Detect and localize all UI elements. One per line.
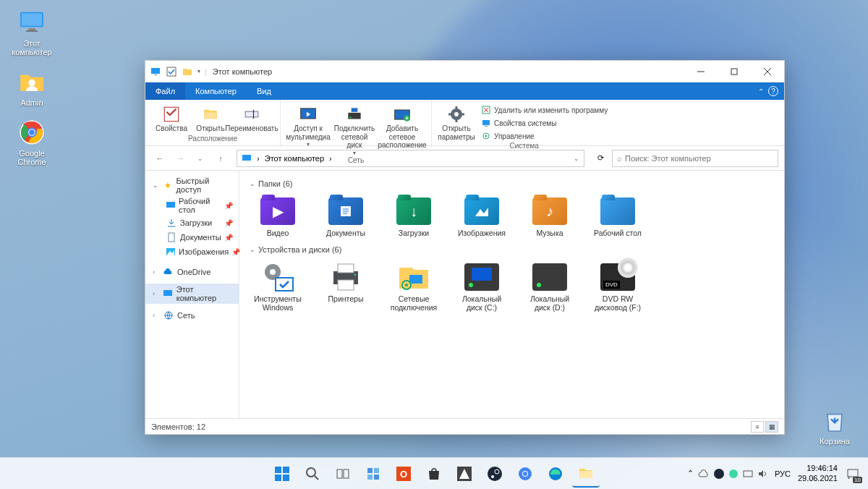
desktop-icon-recycle[interactable]: Корзина xyxy=(809,405,861,446)
ribbon-sys-props[interactable]: Свойства системы xyxy=(478,117,610,129)
item-drive-c[interactable]: Локальный диск (C:) xyxy=(451,258,513,315)
view-details-button[interactable]: ≡ xyxy=(751,421,764,433)
view-tiles-button[interactable]: ▦ xyxy=(765,421,778,433)
svg-rect-3 xyxy=(26,30,38,32)
folder-downloads[interactable]: ↓Загрузки xyxy=(383,192,445,241)
ribbon-open[interactable]: Открыть xyxy=(195,104,226,133)
address-bar[interactable]: › Этот компьютер › ⌄ xyxy=(237,150,584,167)
network-icon xyxy=(163,310,174,321)
tab-computer[interactable]: Компьютер xyxy=(185,82,247,100)
office-button[interactable]: O xyxy=(390,460,417,488)
tray-lang[interactable]: РУС xyxy=(775,469,791,478)
explorer-window: ▾ | Этот компьютер Файл Компьютер Вид ⌃ … xyxy=(145,60,785,435)
svg-line-71 xyxy=(315,476,318,480)
sidebar-item-pictures[interactable]: Изображения📌 xyxy=(145,244,239,259)
item-network-conn[interactable]: Сетевые подключения xyxy=(383,258,445,315)
item-printers[interactable]: Принтеры xyxy=(315,258,377,315)
sidebar-item-downloads[interactable]: Загрузки📌 xyxy=(145,216,239,230)
collapse-ribbon-icon[interactable]: ⌃ xyxy=(758,88,764,95)
help-icon[interactable]: ? xyxy=(768,86,778,96)
widgets-button[interactable] xyxy=(359,460,387,488)
item-windows-tools[interactable]: Инструменты Windows xyxy=(247,258,309,315)
checkbox-icon[interactable] xyxy=(166,66,177,77)
sidebar-quick-access[interactable]: ⌄★Быстрый доступ xyxy=(145,175,239,195)
ribbon-open-params[interactable]: Открыть параметры xyxy=(438,104,475,141)
refresh-button[interactable]: ⟳ xyxy=(592,150,609,167)
maximize-button[interactable] xyxy=(718,61,751,82)
svg-rect-63 xyxy=(409,275,422,284)
notification-button[interactable]: 10 xyxy=(845,466,861,482)
svg-point-4 xyxy=(28,80,35,87)
ribbon-add-network[interactable]: Добавить сетевое расположение xyxy=(379,104,425,150)
ribbon-uninstall[interactable]: Удалить или изменить программу xyxy=(478,104,610,116)
search-input[interactable] xyxy=(625,154,773,163)
rename-icon xyxy=(242,104,262,124)
search-box[interactable]: ⌕ xyxy=(612,150,778,167)
store-button[interactable] xyxy=(420,460,448,488)
add-network-icon xyxy=(392,104,412,124)
sidebar-item-desktop[interactable]: Рабочий стол📌 xyxy=(145,195,239,216)
chrome-taskbar[interactable] xyxy=(511,460,539,488)
tray-edge-icon[interactable] xyxy=(728,469,739,479)
monitor-small-icon xyxy=(150,66,161,77)
nav-history-dropdown[interactable]: ⌄ xyxy=(192,150,209,167)
svg-rect-48 xyxy=(163,290,172,296)
taskbar-clock[interactable]: 19:46:14 29.06.2021 xyxy=(798,464,838,482)
svg-rect-93 xyxy=(848,469,858,477)
minimize-button[interactable] xyxy=(684,61,718,82)
desktop-icon-thispc[interactable]: Этот компьютер xyxy=(6,7,58,56)
titlebar[interactable]: ▾ | Этот компьютер xyxy=(145,61,784,82)
recycle-icon xyxy=(820,405,850,435)
properties-icon xyxy=(161,104,182,124)
svg-rect-73 xyxy=(344,469,349,478)
tab-file[interactable]: Файл xyxy=(145,82,185,100)
aida-button[interactable] xyxy=(451,460,478,488)
ribbon-rename[interactable]: Переименовать xyxy=(229,104,274,133)
ribbon-properties[interactable]: Свойства xyxy=(151,104,192,133)
item-drive-d[interactable]: Локальный диск (D:) xyxy=(519,258,581,315)
tray-network-icon[interactable] xyxy=(743,469,753,479)
chevron-down-icon[interactable]: ⌄ xyxy=(574,155,579,162)
tray-volume-icon[interactable] xyxy=(757,469,767,479)
svg-rect-60 xyxy=(338,264,354,273)
search-icon: ⌕ xyxy=(617,154,622,163)
nav-forward-button[interactable]: → xyxy=(171,150,189,167)
desktop-icon-admin[interactable]: Admin xyxy=(6,67,58,107)
search-button[interactable] xyxy=(299,460,326,488)
close-button[interactable] xyxy=(751,61,784,82)
sidebar-thispc[interactable]: ›Этот компьютер xyxy=(145,284,239,304)
steam-button[interactable] xyxy=(481,460,509,488)
drive-d-icon xyxy=(529,261,570,293)
tray-steam-icon[interactable] xyxy=(714,469,724,479)
svg-rect-39 xyxy=(485,126,488,127)
edge-button[interactable] xyxy=(542,460,569,488)
desktop-icon-chrome[interactable]: Google Chrome xyxy=(6,117,58,166)
folder-pictures[interactable]: Изображения xyxy=(451,192,513,241)
tab-view[interactable]: Вид xyxy=(247,82,281,100)
ribbon-media[interactable]: Доступ к мультимедиа▾ xyxy=(286,104,330,148)
section-drives-header[interactable]: ⌄Устройства и диски (6) xyxy=(247,241,777,258)
section-folders-header[interactable]: ⌄Папки (6) xyxy=(247,175,777,192)
ribbon-manage[interactable]: Управление xyxy=(478,130,610,142)
item-dvd-f[interactable]: DVD RW дисковод (F:) xyxy=(587,258,649,315)
tray-chevron-icon[interactable]: ⌃ xyxy=(687,469,694,478)
network-conn-icon xyxy=(393,261,434,293)
folder-documents[interactable]: Документы xyxy=(315,192,377,241)
sidebar-item-documents[interactable]: Документы📌 xyxy=(145,230,239,244)
folder-videos[interactable]: ▶Видео xyxy=(247,192,309,241)
nav-up-button[interactable]: ↑ xyxy=(212,150,229,167)
sidebar-network[interactable]: ›Сеть xyxy=(145,308,239,323)
folder-desktop[interactable]: Рабочий стол xyxy=(587,192,649,241)
svg-rect-75 xyxy=(374,468,379,473)
sidebar-onedrive[interactable]: ›OneDrive xyxy=(145,265,239,279)
qat-dropdown-icon[interactable]: ▾ xyxy=(197,68,200,75)
monitor-icon xyxy=(17,7,47,38)
taskview-button[interactable] xyxy=(329,460,357,488)
explorer-taskbar[interactable] xyxy=(572,460,600,488)
svg-rect-77 xyxy=(374,475,379,480)
tray-cloud-icon[interactable] xyxy=(698,469,710,478)
start-button[interactable] xyxy=(268,460,296,488)
folder-music[interactable]: ♪Музыка xyxy=(519,192,581,241)
pin-icon: 📌 xyxy=(224,219,233,227)
nav-back-button[interactable]: ← xyxy=(151,150,169,167)
